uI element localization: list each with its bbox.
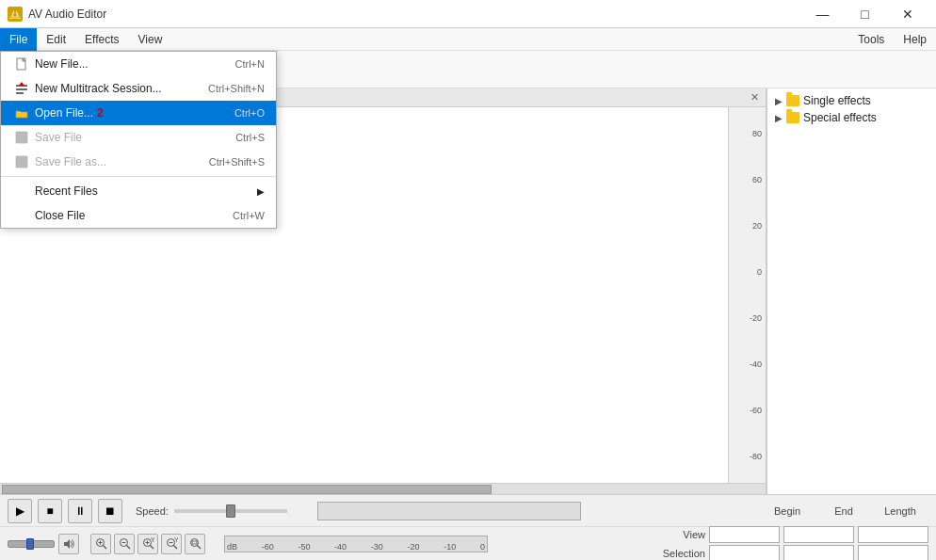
dropdown-close-file[interactable]: Close File Ctrl+W [1,203,276,228]
db-label-neg60: -60 [262,542,274,552]
svg-text:Y: Y [151,537,154,543]
svg-rect-33 [16,88,27,90]
new-file-shortcut: Ctrl+N [235,58,265,70]
tree-item-single-effects[interactable]: ▶ Single effects [771,92,932,109]
save-file-icon [12,131,31,144]
dropdown-save-file-as[interactable]: Save File as... Ctrl+Shift+S [1,150,276,174]
new-multitrack-shortcut: Ctrl+Shift+N [208,83,265,94]
single-effects-label: Single effects [803,94,871,107]
info-row: Y Y [0,527,936,560]
recent-files-label: Recent Files [35,184,98,198]
play-btn[interactable]: ▶ [8,499,32,523]
menu-view[interactable]: View [129,28,172,51]
zoom-in-x-btn[interactable] [90,534,111,554]
zoom-full-btn[interactable] [185,534,205,554]
dropdown-new-multitrack[interactable]: New Multitrack Session... Ctrl+Shift+N [1,76,276,101]
close-file-label: Close File [35,209,85,222]
save-file-as-label: Save File as... [35,155,106,168]
view-end-input[interactable] [783,526,854,543]
volume-slider-container [8,540,55,548]
db-0: 0 [733,249,762,296]
svg-line-56 [197,546,201,550]
db-neg20: -20 [733,296,762,342]
new-multitrack-label: New Multitrack Session... [35,82,162,95]
menu-edit[interactable]: Edit [37,28,75,51]
svg-line-47 [150,546,153,550]
dropdown-new-file[interactable]: New File... Ctrl+N [1,52,276,76]
svg-marker-35 [19,82,24,86]
close-button[interactable]: ✕ [886,0,928,28]
file-dropdown-menu: New File... Ctrl+N New Multitrack Sessio… [0,51,277,229]
db-label-0: 0 [480,542,485,552]
dropdown-save-file[interactable]: Save File Ctrl+S [1,125,276,150]
pause-btn[interactable]: ⏸ [68,499,92,523]
app-icon [8,7,23,22]
waveform-scrollbar[interactable] [0,483,766,494]
begin-label: Begin [759,505,815,517]
special-effects-label: Special effects [803,111,877,124]
selection-row: Selection [654,545,928,561]
volume-btn[interactable] [58,534,79,554]
title-left: AV Audio Editor [8,7,106,22]
db-scale: 80 60 20 0 -20 -40 -60 -80 [728,107,766,483]
db-20: 20 [733,203,762,249]
effects-panel: ▶ Single effects ▶ Special effects [767,88,936,494]
effects-tree: ▶ Single effects ▶ Special effects [767,88,936,130]
new-multitrack-icon [12,82,31,95]
scrollbar-thumb[interactable] [2,485,492,494]
svg-point-2 [13,13,17,17]
close-waveform-btn[interactable]: ✕ [747,90,762,105]
db-neg60: -60 [733,387,762,433]
save-file-label: Save File [35,131,82,144]
db-60: 60 [733,157,762,203]
speed-label: Speed: [136,505,169,517]
length-label: Length [872,505,928,517]
speed-slider[interactable] [174,509,287,513]
new-file-icon [12,57,31,71]
minimize-button[interactable]: — [801,0,844,28]
speed-thumb[interactable] [226,504,235,518]
zoom-out-y-btn[interactable]: Y [161,534,182,554]
level-meter [317,502,581,520]
zoom-controls: Y Y [90,534,205,554]
view-sel-section: View Selection [654,526,928,561]
end-label: End [815,505,872,517]
sel-length-input[interactable] [858,545,928,561]
title-bar: AV Audio Editor — □ ✕ [0,0,936,28]
menu-help[interactable]: Help [894,28,936,51]
view-row: View [654,526,928,543]
sel-end-input[interactable] [783,545,854,561]
record-btn[interactable]: ⏹ [98,499,122,523]
maximize-button[interactable]: □ [844,0,886,28]
svg-line-40 [103,546,106,550]
single-effects-arrow: ▶ [775,96,783,106]
db-meter: dB -60 -50 -40 -30 -20 -10 0 [224,536,488,552]
db-neg40: -40 [733,341,762,387]
menu-bar: File Edit Effects View Tools Help [0,28,936,51]
volume-thumb[interactable] [26,538,34,550]
close-file-shortcut: Ctrl+W [233,210,265,221]
menu-file[interactable]: File [0,28,37,51]
tree-item-special-effects[interactable]: ▶ Special effects [771,109,932,126]
level-meter-area [317,502,581,520]
menu-effects[interactable]: Effects [75,28,128,51]
svg-line-52 [173,546,177,550]
open-file-icon [12,106,31,120]
zoom-out-x-btn[interactable] [114,534,135,554]
speed-slider-container[interactable] [174,509,297,513]
save-file-shortcut: Ctrl+S [235,132,265,143]
menu-tools[interactable]: Tools [848,28,894,51]
dropdown-open-file[interactable]: Open File... 2 Ctrl+O [1,101,276,125]
view-begin-input[interactable] [709,526,780,543]
sel-begin-input[interactable] [709,545,780,561]
zoom-in-y-btn[interactable]: Y [137,534,158,554]
dropdown-recent-files[interactable]: Recent Files ▶ [1,179,276,203]
stop-btn[interactable]: ■ [38,499,62,523]
view-length-input[interactable] [858,526,928,543]
transport-row: ▶ ■ ⏸ ⏹ Speed: Begin End Length [0,495,936,527]
title-controls: — □ ✕ [801,0,928,28]
save-file-as-shortcut: Ctrl+Shift+S [209,156,265,168]
menu-right: Tools Help [848,28,936,51]
open-file-label: Open File... [35,106,93,120]
title-text: AV Audio Editor [28,8,106,21]
